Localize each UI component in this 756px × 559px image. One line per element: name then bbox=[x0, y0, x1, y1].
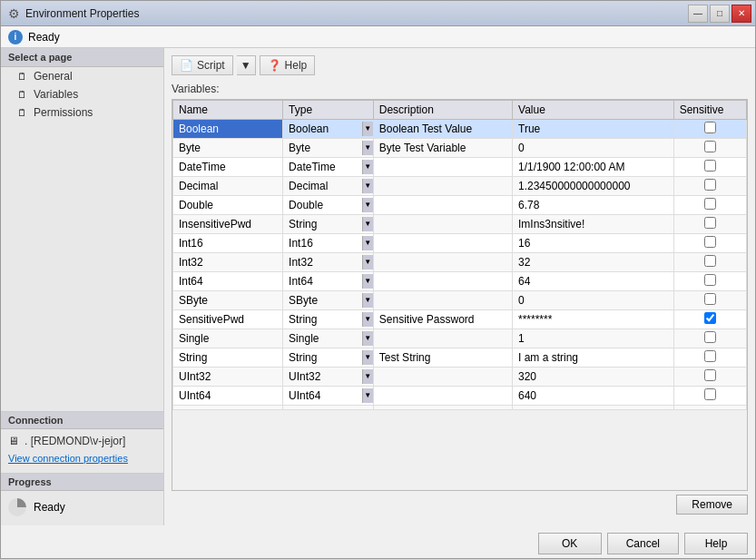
sensitive-checkbox[interactable] bbox=[704, 236, 716, 248]
help-button[interactable]: Help bbox=[684, 533, 748, 554]
type-dropdown-arrow[interactable]: ▼ bbox=[362, 179, 373, 193]
cell-type[interactable]: Byte▼ bbox=[283, 139, 374, 158]
cell-description bbox=[373, 177, 512, 196]
sensitive-checkbox[interactable] bbox=[704, 350, 716, 362]
cell-type[interactable]: Boolean▼ bbox=[283, 120, 374, 139]
connection-server-item[interactable]: 🖥 . [REDMOND\v-jejor] bbox=[8, 433, 156, 449]
cell-type[interactable]: String▼ bbox=[283, 310, 374, 329]
sensitive-checkbox[interactable] bbox=[704, 388, 716, 400]
cell-sensitive[interactable] bbox=[673, 139, 746, 158]
cell-type[interactable]: Double▼ bbox=[283, 196, 374, 215]
sensitive-checkbox[interactable] bbox=[704, 217, 716, 229]
table-body: BooleanBoolean▼Boolean Test ValueTrueByt… bbox=[173, 120, 747, 410]
cell-type[interactable]: Int64▼ bbox=[283, 272, 374, 291]
type-dropdown-arrow[interactable]: ▼ bbox=[362, 293, 373, 308]
cell-type[interactable]: UInt64▼ bbox=[283, 387, 374, 406]
cell-sensitive[interactable] bbox=[673, 215, 746, 234]
table-row[interactable]: ByteByte▼Byte Test Variable0 bbox=[173, 139, 747, 158]
type-dropdown-arrow[interactable]: ▼ bbox=[362, 198, 373, 212]
sensitive-checkbox[interactable] bbox=[704, 331, 716, 343]
type-dropdown-arrow[interactable]: ▼ bbox=[362, 141, 373, 155]
cell-value: 16 bbox=[513, 234, 674, 253]
table-row[interactable]: SingleSingle▼1 bbox=[173, 329, 747, 348]
cell-type[interactable]: Int16▼ bbox=[283, 234, 374, 253]
type-dropdown-arrow[interactable]: ▼ bbox=[362, 236, 373, 250]
remove-button[interactable]: Remove bbox=[676, 495, 748, 515]
table-row[interactable]: BooleanBoolean▼Boolean Test ValueTrue bbox=[173, 120, 747, 139]
cell-sensitive[interactable] bbox=[673, 234, 746, 253]
cell-type[interactable]: SByte▼ bbox=[283, 291, 374, 310]
table-row[interactable]: DecimalDecimal▼1.23450000000000000 bbox=[173, 177, 747, 196]
minimize-button[interactable]: — bbox=[688, 5, 708, 23]
cell-type[interactable]: Decimal▼ bbox=[283, 177, 374, 196]
sensitive-checkbox[interactable] bbox=[704, 160, 716, 172]
type-dropdown-arrow[interactable]: ▼ bbox=[362, 331, 373, 346]
cell-type[interactable]: Int32▼ bbox=[283, 253, 374, 272]
type-dropdown-arrow[interactable]: ▼ bbox=[362, 312, 373, 327]
type-dropdown-arrow[interactable]: ▼ bbox=[362, 350, 373, 365]
table-row[interactable]: UInt32UInt32▼320 bbox=[173, 368, 747, 387]
cell-sensitive[interactable] bbox=[673, 177, 746, 196]
type-dropdown-arrow[interactable]: ▼ bbox=[362, 122, 373, 136]
sensitive-checkbox[interactable] bbox=[704, 293, 716, 305]
status-bar: i Ready bbox=[1, 26, 755, 48]
maximize-button[interactable]: □ bbox=[710, 5, 730, 23]
cell-sensitive[interactable] bbox=[673, 196, 746, 215]
sensitive-checkbox[interactable] bbox=[704, 369, 716, 381]
table-row[interactable]: Int32Int32▼32 bbox=[173, 253, 747, 272]
cell-sensitive[interactable] bbox=[673, 253, 746, 272]
cell-sensitive[interactable] bbox=[673, 387, 746, 406]
cell-sensitive[interactable] bbox=[673, 329, 746, 348]
table-row[interactable]: DateTimeDateTime▼1/1/1900 12:00:00 AM bbox=[173, 158, 747, 177]
sensitive-checkbox[interactable] bbox=[704, 198, 716, 210]
view-connection-link[interactable]: View connection properties bbox=[8, 449, 156, 467]
sensitive-checkbox[interactable] bbox=[704, 122, 716, 133]
progress-status-text: Ready bbox=[34, 501, 65, 514]
cell-type[interactable]: DateTime▼ bbox=[283, 158, 374, 177]
table-row[interactable] bbox=[173, 406, 747, 410]
cell-type[interactable] bbox=[283, 406, 374, 410]
table-row[interactable]: SByteSByte▼0 bbox=[173, 291, 747, 310]
sidebar-item-variables[interactable]: 🗒 Variables bbox=[1, 85, 163, 103]
cell-type[interactable]: String▼ bbox=[283, 348, 374, 368]
cell-name: InsensitivePwd bbox=[173, 215, 283, 234]
type-dropdown-arrow[interactable]: ▼ bbox=[362, 217, 373, 231]
table-row[interactable]: UInt64UInt64▼640 bbox=[173, 387, 747, 406]
script-dropdown-button[interactable]: ▼ bbox=[237, 55, 256, 75]
cell-sensitive[interactable] bbox=[673, 310, 746, 329]
sensitive-checkbox[interactable] bbox=[704, 179, 716, 191]
cell-type[interactable]: String▼ bbox=[283, 215, 374, 234]
table-row[interactable]: DoubleDouble▼6.78 bbox=[173, 196, 747, 215]
sensitive-checkbox[interactable] bbox=[704, 312, 716, 324]
type-dropdown-arrow[interactable]: ▼ bbox=[362, 388, 373, 403]
table-row[interactable]: InsensitivePwdString▼ImIns3nsitive! bbox=[173, 215, 747, 234]
table-row[interactable]: StringString▼Test StringI am a string bbox=[173, 348, 747, 368]
sensitive-checkbox[interactable] bbox=[704, 255, 716, 267]
type-dropdown-arrow[interactable]: ▼ bbox=[362, 160, 373, 174]
type-dropdown-arrow[interactable]: ▼ bbox=[362, 369, 373, 384]
sensitive-checkbox[interactable] bbox=[704, 274, 716, 286]
ok-button[interactable]: OK bbox=[538, 533, 602, 554]
cell-description: Byte Test Variable bbox=[373, 139, 512, 158]
cell-type[interactable]: UInt32▼ bbox=[283, 368, 374, 387]
cell-type[interactable]: Single▼ bbox=[283, 329, 374, 348]
cell-sensitive[interactable] bbox=[673, 158, 746, 177]
cell-sensitive[interactable] bbox=[673, 291, 746, 310]
table-row[interactable]: SensitivePwdString▼Sensitive Password***… bbox=[173, 310, 747, 329]
sidebar-item-general[interactable]: 🗒 General bbox=[1, 67, 163, 85]
sensitive-checkbox[interactable] bbox=[704, 141, 716, 152]
script-button[interactable]: 📄 Script bbox=[172, 55, 233, 75]
cell-sensitive[interactable] bbox=[673, 368, 746, 387]
type-dropdown-arrow[interactable]: ▼ bbox=[362, 255, 373, 270]
table-row[interactable]: Int64Int64▼64 bbox=[173, 272, 747, 291]
cell-sensitive[interactable] bbox=[673, 406, 746, 410]
table-row[interactable]: Int16Int16▼16 bbox=[173, 234, 747, 253]
sidebar-item-permissions[interactable]: 🗒 Permissions bbox=[1, 103, 163, 122]
cell-sensitive[interactable] bbox=[673, 272, 746, 291]
cancel-button[interactable]: Cancel bbox=[607, 533, 679, 554]
cell-sensitive[interactable] bbox=[673, 120, 746, 139]
close-button[interactable]: ✕ bbox=[731, 5, 751, 23]
cell-sensitive[interactable] bbox=[673, 348, 746, 368]
type-dropdown-arrow[interactable]: ▼ bbox=[362, 274, 373, 289]
help-toolbar-button[interactable]: ❓ Help bbox=[260, 55, 316, 75]
